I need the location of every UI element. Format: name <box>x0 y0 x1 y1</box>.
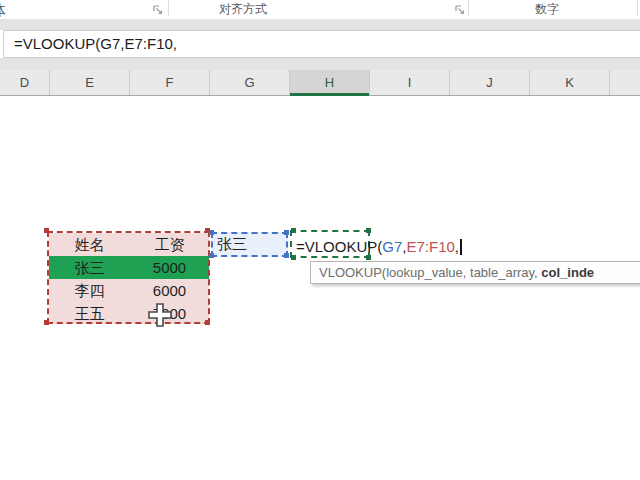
column-header-f[interactable]: F <box>130 70 210 95</box>
dialog-launcher-icon[interactable] <box>152 2 164 14</box>
toolbar-gap-strip <box>0 19 640 30</box>
formula-prefix: =VLOOKUP( <box>296 238 382 255</box>
formula-comma: , <box>455 238 459 255</box>
range-handle <box>209 230 214 235</box>
column-header-d[interactable]: D <box>0 70 50 95</box>
table-cell-salary[interactable]: 6000 <box>130 279 209 302</box>
table-row: 王五 7000 <box>49 302 209 324</box>
column-header-h-selected[interactable]: H <box>290 70 370 95</box>
toolbar-gap-strip <box>0 58 640 70</box>
in-cell-formula-text: =VLOOKUP(G7,E7:F10, <box>296 237 462 257</box>
table-cell-salary[interactable]: 5000 <box>130 256 209 279</box>
column-header-partial[interactable] <box>610 70 640 95</box>
range-handle <box>209 253 214 258</box>
table-cell-name[interactable]: 李四 <box>49 279 130 302</box>
dialog-launcher-icon[interactable] <box>454 2 466 14</box>
table-cell-name[interactable]: 张三 <box>49 256 130 279</box>
ribbon-group-label-number: 数字 <box>482 1 612 18</box>
text-caret <box>460 239 462 255</box>
table-row-highlighted: 张三 5000 <box>49 256 209 279</box>
ribbon-group-divider <box>468 0 469 16</box>
range-handle <box>284 230 289 235</box>
function-argument-tooltip: VLOOKUP(lookup_value, table_array, col_i… <box>310 261 640 284</box>
column-header-j[interactable]: J <box>450 70 530 95</box>
table-cell-salary-header[interactable]: 工资 <box>130 233 209 256</box>
ribbon-group-divider <box>168 0 169 16</box>
column-header-k[interactable]: K <box>530 70 610 95</box>
table-row: 李四 6000 <box>49 279 209 302</box>
excel-window: 体 对齐方式 数字 =VLOOKUP(G7,E7:F10, D E F G H … <box>0 0 640 480</box>
range-handle <box>44 228 49 233</box>
range-handle <box>284 253 289 258</box>
formula-ref-g7: G7 <box>382 238 402 255</box>
range-handle <box>205 320 210 325</box>
range-handle <box>291 228 296 233</box>
range-handle <box>44 320 49 325</box>
formula-ref-range: E7:F10 <box>406 238 454 255</box>
tooltip-current-argument: col_inde <box>541 265 594 280</box>
ribbon-group-divider <box>637 0 638 16</box>
table-cell-salary[interactable]: 7000 <box>130 302 209 324</box>
table-cell-name[interactable]: 王五 <box>49 302 130 324</box>
table-cell-name-header[interactable]: 姓名 <box>49 233 130 256</box>
formula-bar-input[interactable]: =VLOOKUP(G7,E7:F10, <box>3 30 640 58</box>
font-group-label-partial: 体 <box>0 1 6 18</box>
tooltip-signature: VLOOKUP(lookup_value, table_array, <box>319 265 541 280</box>
cell-g7[interactable]: 张三 <box>211 232 288 257</box>
column-header-g[interactable]: G <box>210 70 290 95</box>
table-row-header: 姓名 工资 <box>49 233 209 256</box>
column-header-row: D E F G H I J K <box>0 70 640 96</box>
range-handle <box>366 228 371 233</box>
column-header-e[interactable]: E <box>50 70 130 95</box>
ribbon-group-label-alignment: 对齐方式 <box>178 1 308 18</box>
column-header-i[interactable]: I <box>370 70 450 95</box>
ribbon-group-strip: 体 对齐方式 数字 <box>0 0 640 20</box>
